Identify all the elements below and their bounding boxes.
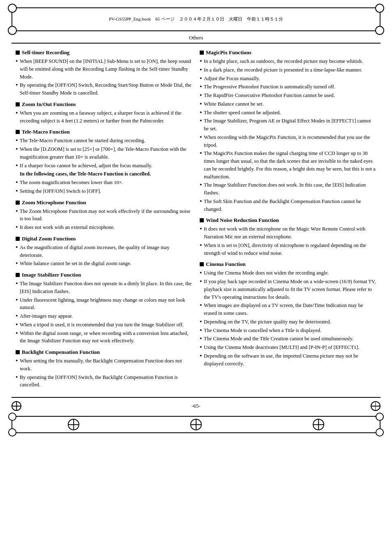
list-item: The Cinema Mode and the Title Creation c…	[200, 335, 376, 343]
list-item: If you play back tape recorded in Cinema…	[200, 278, 376, 301]
section-wind-noise: Wind Noise Reduction Function It does no…	[200, 217, 376, 257]
bottom-right-crosshair	[371, 401, 380, 411]
section-magicpix: MagicPix Functions In a bright place, su…	[200, 49, 376, 213]
section-title-magicpix: MagicPix Functions	[200, 49, 376, 56]
list-item: When it is set to [ON], directivity of m…	[200, 242, 376, 257]
section-title-zoom-mic: Zoom Microphone Function	[16, 199, 192, 206]
list-item: As the magnification of digital zoom inc…	[16, 244, 192, 259]
section-image-stabilizer: Image Stabilizer Function The Image Stab…	[16, 272, 192, 345]
list-item: When a tripod is used, it is recommended…	[16, 321, 192, 329]
section-body-cinema: Using the Cinema Mode does not widen the…	[200, 269, 376, 367]
list-item: By operating the [OFF/ON] Switch, Record…	[16, 81, 192, 97]
section-body-wind-noise: It does not work with the microphone on …	[200, 225, 376, 257]
list-item: The Zoom Microphone Function may not wor…	[16, 208, 192, 223]
list-item: Using the Cinema Mode deactivates [MULTI…	[200, 344, 376, 351]
list-item: When recording with the MagicPix Functio…	[200, 134, 376, 149]
list-item: When images are displayed on a TV screen…	[200, 302, 376, 317]
section-title-zoom-inout: Zoom In/Out Functions	[16, 101, 192, 108]
content-area: Self-timer Recording When [BEEP SOUND] o…	[0, 45, 392, 397]
section-title-digital-zoom: Digital Zoom Functions	[16, 235, 192, 242]
list-item: In a bright place, such as outdoors, the…	[200, 58, 376, 65]
section-cinema: Cinema Function Using the Cinema Mode do…	[200, 261, 376, 367]
section-body-zoom-mic: The Zoom Microphone Function may not wor…	[16, 208, 192, 231]
column-left: Self-timer Recording When [BEEP SOUND] o…	[16, 49, 192, 393]
list-item: Under fluorescent lighting, image bright…	[16, 296, 192, 312]
section-body-self-timer: When [BEEP SOUND] on the [INITIAL] Sub-M…	[16, 58, 192, 97]
section-title-self-timer: Self-timer Recording	[16, 49, 192, 56]
list-item: Within the digital zoom range, or when r…	[16, 330, 192, 345]
section-tele-macro: Tele-Macro Function The Tele-Macro Funct…	[16, 129, 192, 195]
list-item: White Balance cannot be set.	[200, 100, 376, 108]
inner-crosshair-left	[68, 419, 79, 430]
section-title-wind-noise: Wind Noise Reduction Function	[200, 217, 376, 224]
section-zoom-mic: Zoom Microphone Function The Zoom Microp…	[16, 199, 192, 231]
list-item: When setting the Iris manually, the Back…	[16, 357, 192, 373]
list-item: The Soft Skin Function and the Backlight…	[200, 198, 376, 213]
bottom-left-crosshair	[12, 401, 21, 411]
section-title-tele-macro: Tele-Macro Function	[16, 129, 192, 135]
page-header: Others	[12, 35, 380, 44]
section-body-digital-zoom: As the magnification of digital zoom inc…	[16, 244, 192, 268]
section-title-backlight: Backlight Compensation Function	[16, 349, 192, 355]
list-item: After-images may appear.	[16, 312, 192, 320]
section-body-magicpix: In a bright place, such as outdoors, the…	[200, 58, 376, 213]
section-digital-zoom: Digital Zoom Functions As the magnificat…	[16, 235, 192, 268]
list-item: It does not work with the microphone on …	[200, 225, 376, 241]
top-decoration: PV-GS55PP_Eng.book 65 ページ ２００４年２月１０日 火曜日…	[12, 7, 380, 31]
inner-crosshair-center	[190, 419, 202, 430]
corner-circle-tl	[8, 4, 17, 13]
list-item: If a sharper focus cannot be achieved, a…	[16, 162, 192, 170]
inner-crosshair-right	[313, 419, 324, 430]
list-item: When you are zooming on a faraway subjec…	[16, 109, 192, 125]
section-title-cinema: Cinema Function	[200, 261, 376, 268]
list-item: It does not work with an external microp…	[16, 224, 192, 231]
corner-circle-br	[375, 26, 384, 35]
list-item: The Tele-Macro Function cannot be starte…	[16, 137, 192, 145]
section-body-tele-macro: The Tele-Macro Function cannot be starte…	[16, 137, 192, 195]
list-item: The Progressive Photoshot Function is au…	[200, 83, 376, 91]
corner-circle-bl	[8, 26, 17, 35]
corner-circle-tr	[375, 4, 384, 13]
list-item: By operating the [OFF/ON] Switch, the Ba…	[16, 374, 192, 389]
bottom-decoration	[12, 416, 380, 433]
section-self-timer: Self-timer Recording When [BEEP SOUND] o…	[16, 49, 192, 97]
list-item: The shutter speed cannot be adjusted.	[200, 109, 376, 117]
bottom-separator: -65-	[12, 397, 380, 411]
section-zoom-inout: Zoom In/Out Functions When you are zoomi…	[16, 101, 192, 125]
page-title: Others	[189, 35, 203, 41]
list-item: In a dark place, the recorded picture is…	[200, 66, 376, 74]
list-item: The Image Stabilizer Function does not w…	[200, 181, 376, 197]
list-item: Setting the [OFF/ON] Switch to [OFF].	[16, 187, 192, 195]
list-item: The Image Stabilizer Function does not o…	[16, 280, 192, 295]
section-body-zoom-inout: When you are zooming on a faraway subjec…	[16, 109, 192, 125]
bottom-corner-br	[376, 428, 384, 436]
bottom-corner-bl	[8, 428, 16, 436]
list-item: The Image Stabilizer, Program AE or Digi…	[200, 117, 376, 133]
list-item: Depending on the software in use, the im…	[200, 352, 376, 368]
section-title-image-stabilizer: Image Stabilizer Function	[16, 272, 192, 278]
page-number: -65-	[191, 403, 201, 409]
list-item: When the [D.ZOOM] is set to [25×] or [70…	[16, 145, 192, 161]
list-item: The MagicPix Function makes the signal c…	[200, 150, 376, 180]
list-item: The zoom magnification becomes lower tha…	[16, 179, 192, 187]
bottom-corner-tr	[376, 413, 384, 421]
section-body-backlight: When setting the Iris manually, the Back…	[16, 357, 192, 389]
list-item: The Cinema Mode is cancelled when a Titl…	[200, 327, 376, 335]
list-item: When [BEEP SOUND] on the [INITIAL] Sub-M…	[16, 58, 192, 81]
list-item: White balance cannot be set in the digit…	[16, 260, 192, 268]
section-body-image-stabilizer: The Image Stabilizer Function does not o…	[16, 280, 192, 345]
header-file-info: PV-GS55PP_Eng.book 65 ページ ２００４年２月１０日 火曜日…	[109, 16, 283, 22]
bottom-corner-tl	[8, 413, 16, 421]
page: PV-GS55PP_Eng.book 65 ページ ２００４年２月１０日 火曜日…	[0, 7, 392, 554]
list-item: The RapidFire Consecutive Photoshot Func…	[200, 92, 376, 99]
column-right: MagicPix Functions In a bright place, su…	[200, 49, 376, 393]
list-item: Using the Cinema Mode does not widen the…	[200, 269, 376, 277]
list-item: Depending on the TV, the picture quality…	[200, 318, 376, 326]
list-item: Adjust the Focus manually.	[200, 75, 376, 83]
sub-header-tele-macro: In the following cases, the Tele-Macro F…	[16, 170, 192, 178]
section-backlight: Backlight Compensation Function When set…	[16, 349, 192, 389]
